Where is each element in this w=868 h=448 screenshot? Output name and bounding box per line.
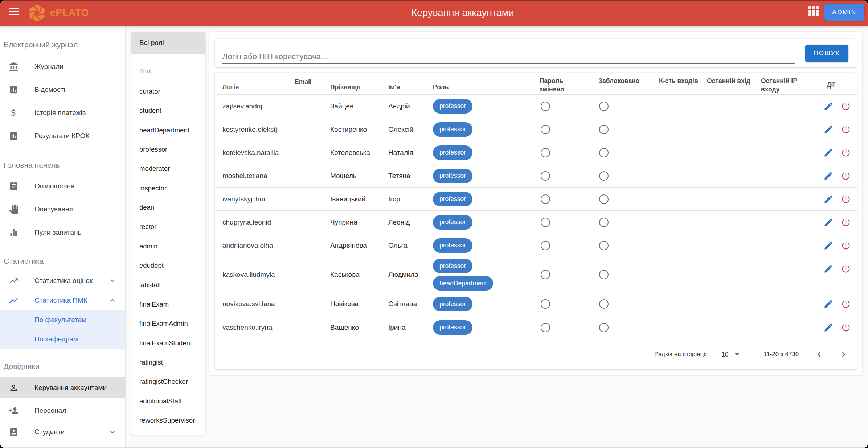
- role-filter-additionalStaff[interactable]: additionalStaff: [131, 393, 205, 409]
- rows-per-page-caret-icon[interactable]: [734, 353, 740, 356]
- rows-per-page-select[interactable]: 10: [721, 351, 728, 358]
- column-header[interactable]: Роль: [433, 83, 449, 91]
- previous-page-button[interactable]: [814, 349, 824, 359]
- sidebar-item-Історія платежів[interactable]: Історія платежів: [0, 103, 125, 123]
- edit-user-button[interactable]: [823, 322, 834, 333]
- sidebar-item-Результати КРОК[interactable]: Результати КРОК: [0, 126, 125, 146]
- blocked-indicator[interactable]: [599, 125, 609, 134]
- role-filter-finalExamStudent[interactable]: finalExamStudent: [131, 335, 205, 351]
- password-changed-indicator[interactable]: [541, 102, 550, 111]
- sidebar-item-Персонал[interactable]: Персонал: [0, 400, 125, 421]
- role-filter-headDepartment[interactable]: headDepartment: [131, 122, 205, 138]
- password-changed-indicator[interactable]: [541, 148, 550, 157]
- role-chip-professor[interactable]: professor: [433, 215, 472, 230]
- role-filter-dean[interactable]: dean: [131, 200, 205, 215]
- role-chip-headDepartment[interactable]: headDepartment: [433, 276, 493, 291]
- deactivate-user-button[interactable]: [841, 241, 851, 251]
- role-filter-moderator[interactable]: moderator: [131, 161, 205, 177]
- column-header[interactable]: Дії: [827, 81, 835, 89]
- password-changed-indicator[interactable]: [541, 270, 550, 279]
- next-page-button[interactable]: [839, 349, 849, 359]
- role-filter-inspector[interactable]: inspector: [131, 180, 205, 196]
- sidebar-item-Статистика ПМК[interactable]: Статистика ПМК: [0, 290, 125, 311]
- deactivate-user-button[interactable]: [841, 124, 851, 135]
- role-filter-curator[interactable]: curator: [131, 83, 205, 99]
- column-header[interactable]: Прізвище: [330, 83, 360, 91]
- role-filter-reworksSupervisor[interactable]: reworksSupervisor: [131, 412, 205, 428]
- column-header[interactable]: Заблоковано: [598, 77, 639, 85]
- role-filter-professor[interactable]: professor: [131, 141, 205, 157]
- role-chip-professor[interactable]: professor: [433, 192, 472, 206]
- role-chip-professor[interactable]: professor: [433, 122, 472, 137]
- role-filter-ratingistChecker[interactable]: ratingistChecker: [131, 374, 205, 390]
- deactivate-user-button[interactable]: [841, 171, 851, 181]
- role-filter-finalExamAdmin[interactable]: finalExamAdmin: [131, 316, 205, 332]
- sidebar-item-Студенти[interactable]: Студенти: [0, 422, 125, 442]
- edit-user-button[interactable]: [823, 101, 834, 111]
- blocked-indicator[interactable]: [599, 270, 609, 279]
- role-filter-student[interactable]: student: [131, 103, 205, 119]
- edit-user-button[interactable]: [823, 217, 834, 227]
- column-header[interactable]: Ім'я: [388, 83, 400, 91]
- deactivate-user-button[interactable]: [841, 194, 851, 204]
- column-header[interactable]: Останній IP входу: [761, 77, 797, 94]
- sidebar-item-Відомості[interactable]: Відомості: [0, 79, 125, 100]
- blocked-indicator[interactable]: [599, 241, 609, 250]
- blocked-indicator[interactable]: [599, 323, 609, 332]
- role-chip-professor[interactable]: professor: [433, 297, 472, 311]
- sidebar-subitem-По факультетам[interactable]: По факультетам: [0, 311, 125, 329]
- password-changed-indicator[interactable]: [541, 218, 550, 227]
- roles-filter-all[interactable]: Всі ролі: [131, 32, 205, 54]
- password-changed-indicator[interactable]: [541, 323, 550, 332]
- admin-button[interactable]: ADMIN: [824, 4, 864, 21]
- blocked-indicator[interactable]: [599, 148, 609, 157]
- menu-icon[interactable]: [9, 8, 19, 15]
- sidebar-item-Пули запитань[interactable]: Пули запитань: [0, 222, 125, 243]
- role-filter-admin[interactable]: admin: [131, 238, 205, 254]
- deactivate-user-button[interactable]: [841, 264, 851, 274]
- search-button[interactable]: ПОШУК: [805, 45, 848, 62]
- password-changed-indicator[interactable]: [541, 299, 550, 309]
- password-changed-indicator[interactable]: [541, 194, 550, 204]
- password-changed-indicator[interactable]: [541, 125, 550, 134]
- column-header[interactable]: Логін: [222, 83, 239, 91]
- search-input[interactable]: Логін або ПІП користувача...: [222, 52, 327, 61]
- role-chip-professor[interactable]: professor: [433, 320, 472, 335]
- column-header[interactable]: Останній вхід: [707, 77, 750, 85]
- role-chip-professor[interactable]: professor: [433, 169, 472, 183]
- blocked-indicator[interactable]: [599, 218, 609, 227]
- sidebar-item-Журнали[interactable]: Журнали: [0, 57, 125, 77]
- sidebar-subitem-По кафедрам[interactable]: По кафедрам: [0, 330, 125, 348]
- role-chip-professor[interactable]: professor: [433, 238, 472, 253]
- deactivate-user-button[interactable]: [841, 299, 851, 309]
- edit-user-button[interactable]: [823, 171, 834, 181]
- deactivate-user-button[interactable]: [841, 322, 851, 333]
- deactivate-user-button[interactable]: [841, 101, 851, 111]
- role-filter-finalExam[interactable]: finalExam: [131, 296, 205, 312]
- column-header[interactable]: Пароль змінено: [540, 77, 564, 94]
- edit-user-button[interactable]: [823, 299, 834, 309]
- role-filter-edudept[interactable]: edudept: [131, 258, 205, 274]
- sidebar-item-Статистика оцінок[interactable]: Статистика оцінок: [0, 271, 125, 291]
- edit-user-button[interactable]: [823, 241, 834, 251]
- deactivate-user-button[interactable]: [841, 148, 851, 158]
- deactivate-user-button[interactable]: [841, 217, 851, 227]
- blocked-indicator[interactable]: [599, 171, 609, 181]
- sidebar-item-Опитування[interactable]: Опитування: [0, 199, 125, 219]
- sidebar-item-Оголошення[interactable]: Оголошення: [0, 176, 125, 196]
- blocked-indicator[interactable]: [599, 102, 609, 111]
- role-filter-labstaff[interactable]: labstaff: [131, 277, 205, 293]
- apps-grid-icon[interactable]: [808, 6, 819, 16]
- edit-user-button[interactable]: [823, 264, 834, 274]
- column-header[interactable]: К-сть входів: [659, 77, 698, 85]
- role-filter-rector[interactable]: rector: [131, 219, 205, 235]
- column-header[interactable]: Email: [295, 78, 312, 86]
- blocked-indicator[interactable]: [599, 194, 609, 204]
- role-chip-professor[interactable]: professor: [433, 99, 472, 114]
- role-chip-professor[interactable]: professor: [433, 145, 472, 160]
- blocked-indicator[interactable]: [599, 299, 609, 309]
- role-filter-ratingist[interactable]: ratingist: [131, 354, 205, 370]
- sidebar-item-Керування аккаунтами[interactable]: Керування аккаунтами: [0, 377, 125, 398]
- password-changed-indicator[interactable]: [541, 171, 550, 181]
- edit-user-button[interactable]: [823, 194, 834, 204]
